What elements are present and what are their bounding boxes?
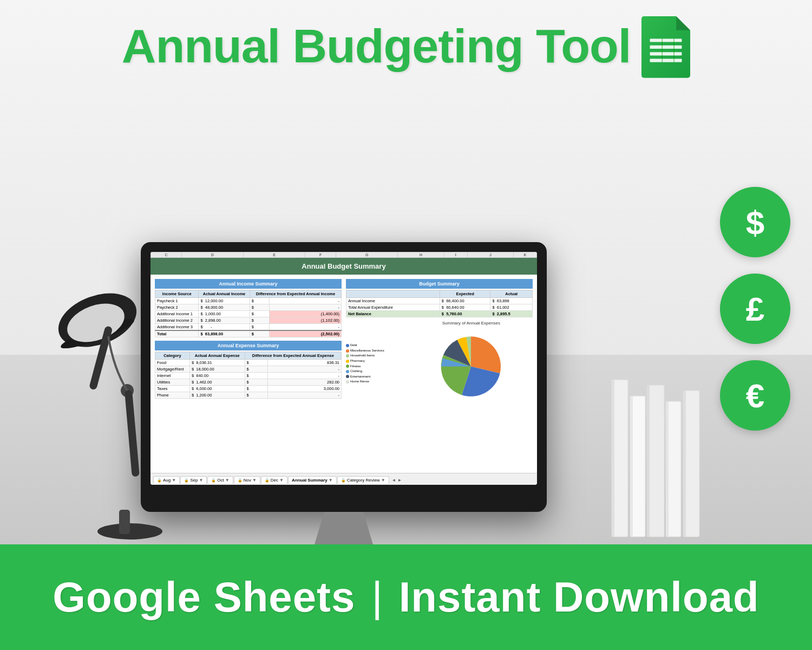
tab-sep[interactable]: 🔒 Sep ▼: [180, 476, 207, 484]
net-balance-row: Net Balance$ 5,760.00$ 2,895.5: [346, 311, 533, 317]
spreadsheet-right-panel: Budget Summary Expected Actual: [346, 279, 533, 407]
tab-nov[interactable]: 🔒 Nov ▼: [234, 476, 260, 484]
banner-left-text: Google Sheets: [53, 573, 355, 622]
sheet-tabs: 🔒 Aug ▼ 🔒 Sep ▼ 🔒 Oct ▼ 🔒 Nov ▼ 🔒 D: [150, 473, 537, 485]
books-decoration: [606, 353, 704, 544]
header: Annual Budgeting Tool: [0, 0, 812, 84]
table-row: Annual Income$ 66,400.00$ 63,898: [346, 298, 533, 304]
svg-rect-21: [666, 401, 669, 537]
tab-prev-arrow[interactable]: ◄: [392, 478, 396, 483]
euro-symbol: €: [746, 376, 764, 415]
svg-rect-0: [650, 38, 682, 42]
legend-item: Miscellaneous Services: [346, 348, 408, 354]
monitor-screen-outer: C D E F G H I J K Annual Budget Summary: [141, 242, 547, 512]
expense-section-title: Annual Expense Summary: [155, 341, 342, 350]
expense-table: Category Actual Annual Expense Differenc…: [155, 352, 342, 399]
page-title: Annual Budgeting Tool: [122, 18, 631, 74]
tab-dec[interactable]: 🔒 Dec ▼: [261, 476, 287, 484]
svg-rect-23: [683, 391, 686, 537]
pie-legend: Debt Miscellaneous Services Household It…: [346, 343, 408, 385]
dollar-circle: $: [720, 187, 790, 257]
pie-chart: [425, 327, 517, 406]
banner-right-text: Instant Download: [399, 573, 759, 622]
income-total-row: Total$ 63,898.00$(2,502.00): [155, 330, 342, 337]
spreadsheet-left-panel: Annual Income Summary Income Source Actu…: [155, 279, 342, 407]
legend-item: Clothing: [346, 369, 408, 374]
svg-rect-17: [630, 396, 633, 537]
budget-table: Expected Actual Annual Income$ 66,400.00…: [346, 290, 533, 317]
tab-next-arrow[interactable]: ►: [397, 478, 402, 483]
table-row: Food$ 8,036.31$836.31: [155, 360, 342, 366]
income-table: Income Source Actual Annual Income Diffe…: [155, 290, 342, 337]
table-row: Total Annual Expenditure$ 60,640.00$ 61,…: [346, 304, 533, 311]
pound-circle: £: [720, 274, 790, 344]
currency-circles: $ £ €: [720, 187, 790, 431]
legend-item: Household Items: [346, 353, 408, 359]
svg-rect-1: [650, 46, 682, 49]
svg-rect-11: [125, 390, 140, 477]
svg-rect-2: [650, 52, 682, 55]
pound-symbol: £: [746, 290, 764, 328]
legend-item: Home Renos: [346, 379, 408, 385]
dollar-symbol: $: [746, 203, 764, 242]
table-row: Phone$ 1,200.00$-: [155, 392, 342, 399]
table-row: Additional Income 1$ 1,000.00$(1,400.00): [155, 311, 342, 317]
table-row: Paycheck 1$ 12,000.00$-: [155, 298, 342, 304]
table-row: Paycheck 2$ 48,000.00$-: [155, 304, 342, 311]
monitor-screen: C D E F G H I J K Annual Budget Summary: [150, 252, 537, 485]
spreadsheet: C D E F G H I J K Annual Budget Summary: [150, 252, 537, 411]
banner-separator: |: [371, 573, 382, 622]
desk-lamp: [27, 271, 179, 544]
legend-item: Pharmacy: [346, 359, 408, 364]
tab-category-review[interactable]: 🔒 Category Review ▼: [337, 476, 389, 484]
income-section-title: Annual Income Summary: [155, 279, 342, 289]
table-row: Utilities$ 1,462.00$282.00: [155, 379, 342, 386]
table-row: Additional Income 3$ -$-: [155, 324, 342, 331]
tab-oct[interactable]: 🔒 Oct ▼: [207, 476, 233, 484]
spreadsheet-main-title: Annual Budget Summary: [150, 258, 537, 275]
monitor: C D E F G H I J K Annual Budget Summary: [141, 242, 547, 566]
table-row: Internet$ 840.00$-: [155, 373, 342, 379]
svg-rect-13: [119, 510, 130, 534]
svg-rect-3: [650, 59, 682, 62]
table-row: Taxes$ 6,000.00$3,000.00: [155, 386, 342, 392]
tab-annual-summary[interactable]: Annual Summary ▼: [288, 476, 337, 484]
legend-item: Fitness: [346, 364, 408, 369]
legend-item: Entertainment: [346, 374, 408, 380]
svg-rect-19: [647, 385, 650, 537]
bottom-banner: Google Sheets | Instant Download: [0, 544, 812, 650]
google-sheets-icon: [641, 16, 690, 76]
legend-item: Debt: [346, 343, 408, 348]
table-row: Mortgage/Rent$ 18,000.00$-: [155, 366, 342, 373]
pie-chart-area: Debt Miscellaneous Services Household It…: [346, 321, 533, 407]
svg-rect-15: [612, 380, 614, 537]
euro-circle: €: [720, 360, 790, 431]
table-row: Additional Income 2$ 2,898.00$(1,102.00): [155, 317, 342, 324]
pie-chart-title: Summary of Annual Expenses: [410, 321, 533, 326]
budget-section-title: Budget Summary: [346, 279, 533, 289]
